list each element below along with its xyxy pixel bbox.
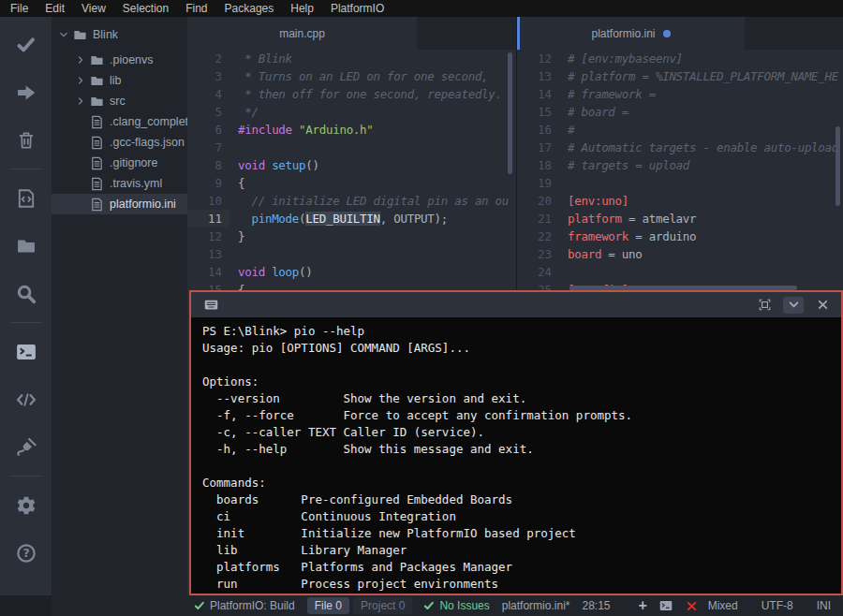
open-project-folder-button[interactable]: [9, 235, 43, 257]
cursor-position[interactable]: 28:15: [582, 599, 610, 612]
menu-find[interactable]: Find: [177, 0, 215, 17]
line-ending-indicator[interactable]: Mixed: [708, 599, 738, 612]
line-number: 13: [517, 67, 560, 85]
tree-item-label: .pioenvs: [110, 53, 154, 66]
line-text: #: [560, 121, 843, 139]
close-all-terminals-button[interactable]: [686, 600, 698, 612]
close-terminal-icon[interactable]: [812, 297, 833, 314]
file-errors-counter[interactable]: File 0: [307, 597, 349, 614]
tree-item-label: src: [110, 95, 126, 108]
tree-item-label: .clang_complete: [110, 115, 187, 128]
folder-icon: [16, 236, 37, 257]
tree-indent: [76, 158, 85, 168]
chevron-right-icon: [76, 76, 85, 85]
menu-selection[interactable]: Selection: [114, 0, 177, 17]
keyboard-icon[interactable]: [200, 297, 222, 314]
menu-file[interactable]: File: [2, 0, 37, 17]
terminal-icon[interactable]: [658, 599, 674, 612]
tree-file-clang-complete[interactable]: .clang_complete: [52, 111, 187, 132]
line-number: 13: [187, 245, 230, 263]
code-line-11: 11 pinMode(LED_BUILTIN, OUTPUT);: [187, 210, 516, 227]
initialize-project-button[interactable]: [9, 187, 43, 210]
platformio-build-status[interactable]: PlatformIO: Build: [194, 599, 295, 612]
clean-button[interactable]: [9, 129, 43, 152]
tree-folder-blink[interactable]: Blink: [52, 24, 187, 45]
upload-button[interactable]: [9, 81, 43, 104]
toggle-terminal-button[interactable]: [9, 341, 43, 363]
atom-code-button[interactable]: [9, 389, 43, 411]
file-icon: [90, 198, 104, 212]
platformio-ide-window: FileEditViewSelectionFindPackagesHelpPla…: [0, 0, 843, 616]
line-number: 24: [517, 263, 560, 281]
tree-item-label: lib: [110, 74, 122, 87]
line-number: 12: [187, 227, 230, 245]
line-text: {: [230, 174, 516, 192]
project-errors-counter[interactable]: Project 0: [353, 597, 412, 614]
find-in-project-button[interactable]: [9, 283, 43, 305]
build-button[interactable]: [9, 34, 43, 56]
code-line-7: 7: [187, 139, 516, 156]
line-text: void setup(): [230, 156, 516, 174]
menu-platformio[interactable]: PlatformIO: [322, 0, 392, 17]
line-number: 21: [517, 210, 560, 227]
settings-button[interactable]: [9, 494, 43, 517]
terminal-line: [202, 357, 830, 374]
line-text: [560, 263, 843, 281]
terminal-line: --version Show the version and exit.: [202, 390, 830, 407]
line-text: // initialize LED digital pin as an ou: [230, 192, 516, 210]
tab-main-cpp[interactable]: main.cpp: [187, 17, 417, 50]
line-number: 20: [517, 192, 560, 210]
toolbar-separator: [10, 476, 42, 477]
line-text: # board =: [560, 103, 843, 121]
code-line-5: 5 */: [187, 103, 516, 121]
serial-monitor-button[interactable]: [9, 436, 43, 459]
build-status-label: PlatformIO: Build: [210, 599, 295, 612]
terminal-line: Options:: [202, 374, 830, 390]
vertical-scrollbar-right-pane[interactable]: [836, 126, 840, 206]
code-line-4: 4 * then off for one second, repeatedly.: [187, 85, 516, 103]
issues-label: No Issues: [439, 599, 489, 612]
line-text: # platform = %INSTALLED_PLATFORM_NAME_HE: [560, 67, 843, 85]
menu-packages[interactable]: Packages: [216, 0, 283, 17]
code-line-12: 12}: [187, 227, 516, 245]
check-icon: [423, 600, 435, 611]
arrow-right-icon: [16, 82, 37, 103]
chevron-down-icon[interactable]: [783, 297, 804, 314]
tree-file-gitignore[interactable]: .gitignore: [52, 153, 187, 173]
tree-file-gcc-flags-json[interactable]: .gcc-flags.json: [52, 132, 187, 153]
line-text: # [env:mybaseenv]: [560, 50, 843, 67]
line-number: 18: [517, 156, 560, 174]
folder-icon: [73, 28, 87, 42]
encoding-indicator[interactable]: UTF-8: [762, 599, 793, 612]
line-text: #include "Arduino.h": [230, 121, 516, 139]
tab-platformio-ini[interactable]: platformio.ini: [517, 17, 745, 50]
code-line-9: 9{: [187, 174, 516, 192]
menu-edit[interactable]: Edit: [37, 0, 73, 17]
line-text: framework = arduino: [560, 227, 843, 245]
tree-folder-src[interactable]: src: [52, 91, 187, 111]
no-issues-status[interactable]: No Issues: [423, 599, 489, 612]
line-text: [env:uno]: [560, 192, 843, 210]
tree-item-label: .gitignore: [110, 156, 157, 169]
maximize-icon[interactable]: [754, 297, 775, 314]
grammar-indicator[interactable]: INI: [817, 599, 831, 612]
line-text: [230, 139, 516, 156]
new-terminal-button[interactable]: +: [639, 598, 647, 613]
menu-help[interactable]: Help: [282, 0, 322, 17]
code-line-17: 17# Automatic targets - enable auto-uplo…: [517, 139, 843, 156]
tree-file-travis-yml[interactable]: .travis.yml: [52, 173, 187, 194]
line-number: 7: [187, 139, 230, 156]
tab-label: main.cpp: [279, 27, 325, 40]
vertical-scrollbar-left-pane[interactable]: [508, 52, 512, 174]
line-number: 22: [517, 227, 560, 245]
terminal-output[interactable]: PS E:\Blink> pio --helpUsage: pio [OPTIO…: [191, 317, 841, 594]
tree-folder-lib[interactable]: lib: [52, 70, 187, 91]
folder-icon: [90, 53, 104, 67]
line-text: # framework =: [560, 85, 843, 103]
tree-file-platformio-ini[interactable]: platformio.ini: [52, 194, 187, 214]
tree-folder-pioenvs[interactable]: .pioenvs: [52, 50, 187, 70]
help-button[interactable]: [9, 542, 43, 565]
chevron-right-icon: [76, 96, 85, 106]
toolbar-separator: [10, 322, 42, 323]
menu-view[interactable]: View: [73, 0, 114, 17]
